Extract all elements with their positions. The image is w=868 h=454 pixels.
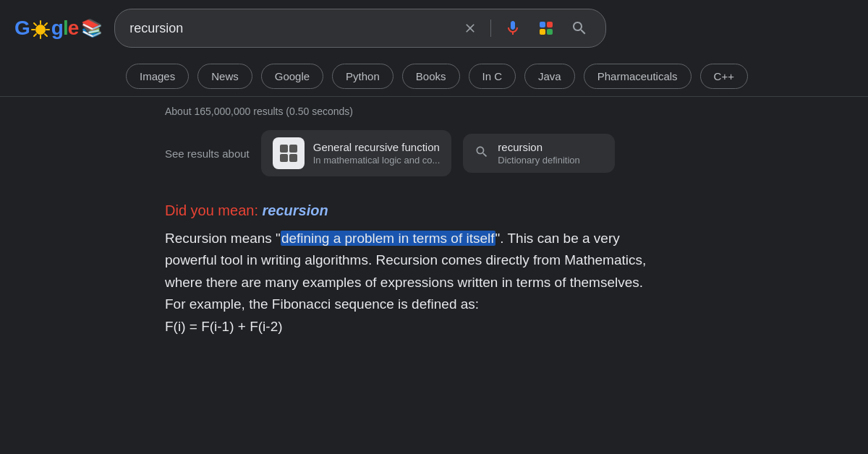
result-card-recursive-function[interactable]: General recursive function In mathematic…: [261, 130, 452, 176]
card2-text: recursion Dictionary definition: [498, 141, 579, 166]
logo-l: l: [63, 17, 68, 39]
result-card-dictionary[interactable]: recursion Dictionary definition: [463, 134, 615, 173]
google-logo: G gle 📚: [14, 17, 103, 40]
recursive-function-icon: [273, 137, 305, 169]
tab-news[interactable]: News: [197, 64, 252, 89]
clear-icon: [463, 21, 477, 35]
tab-cpp[interactable]: C++: [700, 64, 748, 89]
did-you-mean-label: Did you mean:: [165, 202, 258, 218]
clear-button[interactable]: [460, 18, 480, 38]
search-input[interactable]: recursion: [129, 21, 460, 36]
see-results-section: See results about General recursive func…: [0, 124, 868, 188]
svg-point-0: [35, 25, 46, 35]
card1-subtitle: In mathematical logic and co...: [313, 155, 441, 166]
result-text-formula: F(i) = F(i-1) + F(i-2): [165, 319, 283, 334]
svg-rect-12: [547, 29, 553, 35]
svg-rect-15: [280, 154, 288, 162]
logo-g2: g: [51, 17, 63, 39]
svg-rect-13: [280, 145, 288, 153]
svg-rect-10: [547, 22, 553, 27]
search-icons: [460, 17, 591, 40]
logo-book-icon: 📚: [81, 18, 103, 38]
main-result: Recursion means "defining a problem in t…: [0, 228, 651, 338]
search-submit-icon: [571, 20, 588, 37]
tab-java[interactable]: Java: [524, 64, 575, 89]
svg-line-5: [34, 23, 36, 25]
tabs-bar: Images News Google Python Books In C Jav…: [0, 56, 868, 97]
image-search-button[interactable]: [535, 17, 558, 40]
tab-images[interactable]: Images: [126, 64, 189, 89]
tab-google[interactable]: Google: [261, 64, 323, 89]
svg-rect-11: [540, 29, 545, 35]
function-grid-icon: [278, 143, 299, 163]
dictionary-search-icon: [475, 145, 489, 163]
search-submit-button[interactable]: [568, 17, 591, 40]
header: G gle 📚 recursion: [0, 0, 868, 56]
result-text-highlight: defining a problem in terms of itself: [281, 231, 495, 246]
result-paragraph: Recursion means "defining a problem in t…: [165, 228, 651, 338]
logo-e: e: [68, 17, 79, 39]
logo-g: G: [14, 17, 30, 39]
svg-line-8: [34, 34, 36, 36]
tab-pharmaceuticals[interactable]: Pharmaceuticals: [584, 64, 692, 89]
card2-title: recursion: [498, 141, 579, 153]
svg-rect-9: [540, 22, 545, 27]
tab-in-c[interactable]: In C: [469, 64, 516, 89]
svg-rect-14: [289, 145, 297, 153]
svg-rect-16: [289, 154, 297, 162]
svg-line-6: [45, 34, 47, 36]
tab-python[interactable]: Python: [332, 64, 393, 89]
divider: [490, 20, 491, 37]
see-results-label: See results about: [165, 146, 250, 161]
card1-title: General recursive function: [313, 141, 441, 153]
svg-line-7: [45, 23, 47, 25]
did-you-mean-link[interactable]: recursion: [263, 202, 328, 218]
mic-icon: [504, 20, 522, 37]
did-you-mean-section: Did you mean: recursion: [0, 188, 868, 228]
results-count-text: About 165,000,000 results (0.50 seconds): [165, 106, 353, 117]
card2-subtitle: Dictionary definition: [498, 155, 579, 166]
result-text-before: Recursion means ": [165, 231, 281, 246]
lens-icon: [537, 20, 555, 37]
voice-search-button[interactable]: [501, 17, 524, 40]
tab-books[interactable]: Books: [402, 64, 460, 89]
card1-text: General recursive function In mathematic…: [313, 141, 441, 166]
results-count: About 165,000,000 results (0.50 seconds): [0, 97, 868, 124]
search-bar: recursion: [114, 9, 606, 48]
logo-sun-icon: [30, 20, 51, 40]
